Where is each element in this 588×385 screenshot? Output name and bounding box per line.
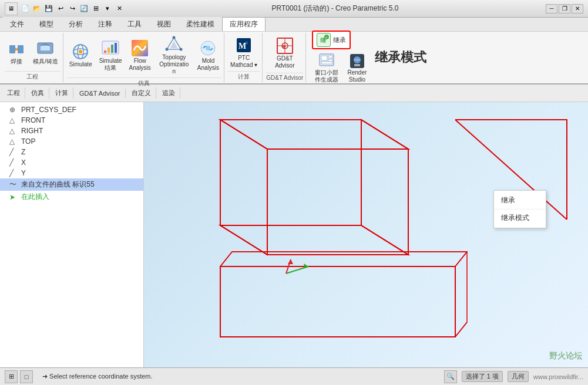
svg-point-18 (180, 48, 183, 51)
save-btn[interactable]: 💾 (43, 4, 54, 14)
sec-label-simulation: 仿真 (26, 87, 49, 99)
ptc-mathcad-btn[interactable]: M c PTCMathcad ▾ (228, 35, 260, 70)
x-icon: ╱ (9, 158, 19, 167)
mold-casting-btn[interactable]: 模具/铸造 (31, 38, 61, 66)
svg-rect-4 (41, 46, 50, 50)
minimize-btn[interactable]: ─ (546, 4, 557, 13)
gdt-advisor-btn[interactable]: ⊕ GD&TAdvisor (273, 35, 297, 70)
titlebar: 🖥 📄 📂 💾 ↩ ↪ 🔄 ⊞ ▾ ✕ PRT0001 (活动的) - Creo… (0, 0, 588, 18)
tree-item-insert[interactable]: ➤ 在此插入 (0, 191, 143, 203)
simulate-results-icon (101, 39, 120, 58)
simulate-icon (71, 42, 90, 61)
model-tree: ⊕ PRT_CSYS_DEF △ FRONT △ RIGHT △ TOP ╱ Z… (0, 102, 144, 367)
window-component-label: 窗口小部件生成器 (315, 69, 338, 83)
restore-btn[interactable]: ❐ (559, 4, 570, 13)
mold-analysis-icon (199, 39, 217, 58)
canvas-area: 继承 继承模式 野火论坛 (144, 102, 588, 367)
weld-btn[interactable]: 焊接 (5, 38, 28, 66)
tab-view[interactable]: 视图 (149, 17, 179, 31)
svg-rect-11 (107, 48, 110, 53)
tree-item-y[interactable]: ╱ Y (0, 168, 143, 178)
redo-btn[interactable]: ↪ (67, 4, 78, 14)
mode-badge: 几何 (508, 371, 529, 382)
status-icon-2[interactable]: □ (20, 370, 33, 383)
y-label: Y (21, 169, 26, 177)
repaint-btn[interactable]: 🔄 (79, 4, 89, 14)
topology-optimization-btn[interactable]: TopologyOptimization (156, 34, 193, 76)
inherit-icon: 继 ✓ (317, 33, 331, 47)
weld-label: 焊接 (11, 58, 22, 65)
tab-analysis[interactable]: 分析 (61, 17, 90, 31)
flow-analysis-btn[interactable]: FlowAnalysis (127, 38, 153, 73)
render-studio-btn[interactable]: RenderStudio (344, 52, 370, 85)
title-left-icons: 🖥 📄 📂 💾 ↩ ↪ 🔄 ⊞ ▾ ✕ (5, 2, 125, 15)
group-calculation-label: 计算 (228, 71, 260, 81)
simulate-btn[interactable]: Simulate (67, 41, 95, 69)
window-component-btn[interactable]: 窗口小部件生成器 (312, 52, 341, 85)
tree-item-curve[interactable]: 〜 来自文件的曲线 标识55 (0, 178, 143, 191)
simulate-results-btn[interactable]: Simulate结果 (97, 38, 125, 73)
tab-flex[interactable]: 柔性建模 (179, 17, 222, 31)
group-engineering-label: 工程 (5, 71, 61, 81)
tab-tools[interactable]: 工具 (120, 17, 149, 31)
sec-label-engineering: 工程 (2, 87, 25, 99)
popup-item-inherit[interactable]: 继承 (494, 193, 546, 208)
window-controls[interactable]: ─ ❐ ✕ (546, 4, 583, 13)
tree-item-z[interactable]: ╱ Z (0, 147, 143, 157)
tree-item-front[interactable]: △ FRONT (0, 115, 143, 126)
dropdown-popup: 继承 继承模式 (493, 190, 546, 228)
tree-item-right[interactable]: △ RIGHT (0, 126, 143, 136)
gdt-advisor-label: GD&TAdvisor (275, 55, 294, 69)
dropdown-arrow[interactable]: ▾ (102, 4, 113, 14)
right-icon: △ (9, 127, 19, 135)
group-calculation-content: M c PTCMathcad ▾ (228, 34, 260, 70)
close-mini-btn[interactable]: ✕ (114, 4, 125, 14)
quick-access-toolbar[interactable]: 📄 📂 💾 ↩ ↪ 🔄 ⊞ ▾ ✕ (20, 4, 125, 14)
new-btn[interactable]: 📄 (20, 4, 31, 14)
extra-btn[interactable]: ⊞ (90, 4, 101, 14)
window-title: PRT0001 (活动的) - Creo Parametric 5.0 (125, 4, 546, 13)
svg-marker-46 (361, 120, 408, 255)
tree-item-x[interactable]: ╱ X (0, 157, 143, 168)
group-simulation: Simulate Simulate结果 (65, 33, 224, 82)
svg-text:✓: ✓ (325, 36, 328, 39)
popup-item-inherit-mode[interactable]: 继承模式 (494, 211, 546, 225)
inherit-btn[interactable]: 继 ✓ 继承 (312, 31, 351, 49)
status-icon-1[interactable]: ⊞ (5, 370, 18, 383)
inherit-btn-label: 继承 (333, 36, 346, 45)
curve-label: 来自文件的曲线 标识55 (21, 180, 95, 190)
tree-item-top[interactable]: △ TOP (0, 136, 143, 147)
simulate-label: Simulate (69, 61, 92, 68)
svg-rect-1 (18, 45, 23, 53)
topology-optimization-icon (164, 35, 183, 54)
group-engineering-content: 焊接 模具/铸造 (5, 34, 61, 70)
status-icons: ⊞ □ (5, 370, 33, 383)
svg-marker-52 (220, 252, 467, 337)
tab-file[interactable]: 文件 (2, 17, 32, 31)
tree-item-prt-csys-def[interactable]: ⊕ PRT_CSYS_DEF (0, 104, 143, 115)
inherit-mode-label: 继承模式 (375, 49, 426, 66)
open-btn[interactable]: 📂 (32, 4, 42, 14)
x-label: X (21, 158, 26, 167)
group-gdt-content: ⊕ GD&TAdvisor (266, 34, 303, 72)
svg-rect-0 (9, 45, 15, 53)
prt-csys-def-label: PRT_CSYS_DEF (21, 106, 76, 114)
zoom-icon[interactable]: 🔍 (444, 370, 457, 383)
svg-rect-10 (104, 50, 106, 53)
mold-analysis-btn[interactable]: MoldAnalysis (195, 38, 221, 73)
close-btn[interactable]: ✕ (572, 4, 583, 13)
ribbon-toolbar: 焊接 模具/铸造 工程 (0, 32, 588, 85)
svg-text:c: c (246, 40, 248, 45)
svg-rect-35 (321, 56, 327, 60)
watermark-url: www.proewildfir... (533, 373, 583, 380)
mold-casting-icon (36, 39, 55, 58)
undo-btn[interactable]: ↩ (55, 4, 66, 14)
tab-apps[interactable]: 应用程序 (222, 17, 266, 31)
tab-annotation[interactable]: 注释 (90, 17, 120, 31)
selection-badge: 选择了 1 项 (462, 371, 503, 382)
canvas-shapes (144, 102, 588, 367)
weld-icon (7, 39, 26, 58)
y-icon: ╱ (9, 169, 19, 177)
tab-model[interactable]: 模型 (32, 17, 61, 31)
group-gdt: ⊕ GD&TAdvisor GD&T Advisor (264, 33, 306, 82)
